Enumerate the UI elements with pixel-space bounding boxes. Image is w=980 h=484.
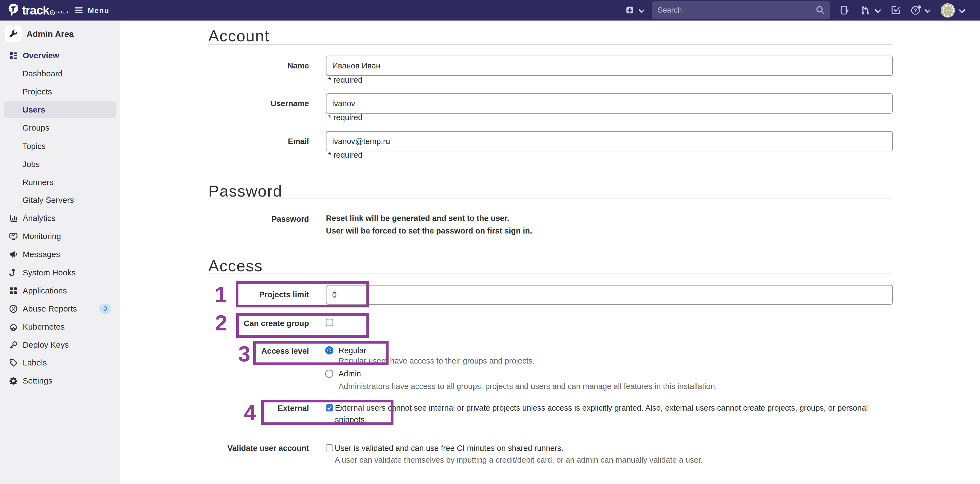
svg-text:?: ? xyxy=(914,7,917,13)
